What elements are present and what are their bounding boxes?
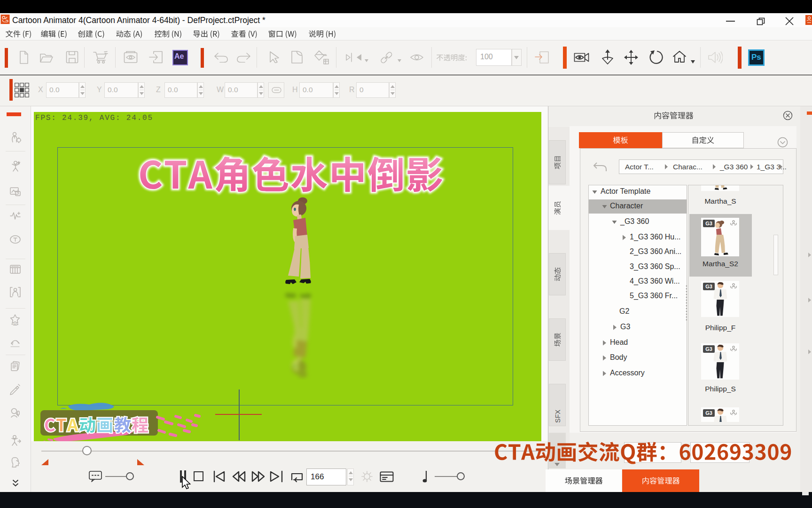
svg-text:3D: 3D: [13, 323, 17, 326]
